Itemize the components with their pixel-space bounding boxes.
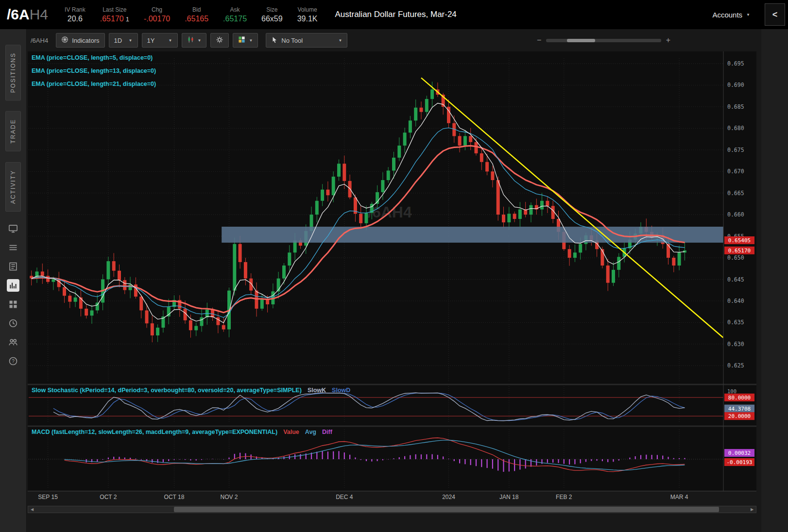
sidebar-tab-trade[interactable]: TRADE — [5, 111, 21, 151]
svg-text:80.0000: 80.0000 — [728, 395, 751, 401]
monitor-icon[interactable] — [7, 222, 19, 235]
svg-text:0.695: 0.695 — [727, 60, 744, 67]
macd-label-row: MACD (fastLength=12, slowLength=26, macd… — [32, 429, 332, 435]
stat-chg: Chg -.00170 — [144, 6, 170, 23]
macd-diff-legend: Diff — [322, 429, 332, 435]
svg-text:0.645: 0.645 — [727, 276, 744, 283]
studies-icon — [61, 36, 69, 45]
svg-text:NOV 2: NOV 2 — [220, 494, 238, 500]
ema5-label[interactable]: EMA (price=CLOSE, length=5, displace=0) — [32, 54, 156, 67]
slowk-legend: SlowK — [308, 387, 326, 394]
scroll-left-icon[interactable]: ◀ — [28, 506, 36, 513]
apps-grid-icon[interactable] — [7, 298, 19, 311]
chart-toolbar: /6AH4 Indicators 1D ▼ 1Y ▼ ▼ — [27, 29, 761, 51]
svg-text:0.680: 0.680 — [727, 125, 744, 132]
study-labels: EMA (price=CLOSE, length=5, displace=0) … — [32, 54, 156, 94]
svg-text:0.65170: 0.65170 — [728, 248, 751, 254]
stat-size: Size 66x59 — [261, 6, 283, 23]
timeframe-dropdown[interactable]: 1D ▼ — [109, 33, 138, 48]
people-icon[interactable] — [7, 336, 19, 349]
stat-bid: Bid .65165 — [185, 6, 208, 23]
sidebar-tab-activity[interactable]: ACTIVITY — [5, 162, 21, 212]
macd-value-legend: Value — [283, 429, 299, 435]
trade-ticket-icon[interactable] — [7, 260, 19, 273]
chevron-down-icon: ▼ — [169, 38, 172, 43]
svg-text:0.640: 0.640 — [727, 298, 744, 304]
stochastic-label[interactable]: Slow Stochastic (kPeriod=14, dPeriod=3, … — [32, 387, 302, 394]
candlestick-icon — [187, 36, 194, 45]
scroll-right-icon[interactable]: ▶ — [748, 506, 756, 513]
gear-icon — [216, 36, 223, 45]
svg-text:0.660: 0.660 — [727, 211, 744, 218]
chart-widget: /6AH4 Indicators 1D ▼ 1Y ▼ ▼ — [27, 29, 761, 532]
ema13-label[interactable]: EMA (price=CLOSE, length=13, displace=0) — [32, 67, 156, 81]
svg-text:0.675: 0.675 — [727, 147, 744, 153]
app-window: /6A H4 IV Rank 20.6 Last Size .651701 Ch… — [0, 0, 788, 532]
svg-text:0.625: 0.625 — [727, 362, 744, 369]
svg-text:OCT 2: OCT 2 — [100, 494, 117, 500]
zoom-in-icon[interactable]: + — [666, 36, 670, 45]
chart-icon[interactable] — [7, 279, 19, 292]
svg-text:0.635: 0.635 — [727, 319, 744, 326]
svg-text:0.630: 0.630 — [727, 341, 744, 348]
svg-text:0.690: 0.690 — [727, 82, 744, 88]
list-icon[interactable] — [7, 241, 19, 254]
svg-text:MAR 4: MAR 4 — [670, 494, 688, 500]
stat-ask: Ask .65175 — [223, 6, 247, 23]
chart-type-dropdown[interactable]: ▼ — [182, 33, 207, 48]
zoom-slider[interactable] — [546, 39, 661, 42]
clock-icon[interactable] — [7, 317, 19, 330]
svg-text:20.0000: 20.0000 — [728, 413, 751, 419]
chevron-down-icon: ▼ — [249, 38, 253, 43]
scrollbar-thumb[interactable] — [174, 507, 719, 512]
chevron-left-icon: < — [772, 10, 778, 20]
sidebar-tab-positions[interactable]: POSITIONS — [5, 45, 21, 100]
svg-text:FEB 2: FEB 2 — [556, 494, 572, 500]
collapse-panel-button[interactable]: < — [765, 3, 785, 26]
horizontal-scrollbar[interactable]: ◀ ▶ — [28, 506, 756, 513]
zoom-slider-thumb[interactable] — [567, 39, 595, 42]
stat-iv-rank: IV Rank 20.6 — [65, 6, 86, 23]
chevron-down-icon: ▼ — [198, 38, 202, 43]
ema21-label[interactable]: EMA (price=CLOSE, length=21, displace=0) — [32, 81, 156, 94]
svg-text:100: 100 — [727, 388, 737, 394]
chevron-down-icon: ▼ — [129, 38, 133, 43]
contract-title: Australian Dollar Futures, Mar-24 — [335, 10, 456, 19]
svg-text:0.670: 0.670 — [727, 168, 744, 175]
sidebar-icon-rail: ? — [0, 222, 26, 367]
svg-text:?: ? — [12, 359, 15, 364]
svg-text:-0.00193: -0.00193 — [727, 459, 753, 466]
macd-avg-legend: Avg — [305, 429, 316, 435]
svg-text:SEP 15: SEP 15 — [38, 494, 58, 500]
symbol: /6A — [7, 6, 30, 23]
chart-symbol-label: /6AH4 — [31, 37, 48, 44]
zoom-control: − + — [537, 33, 670, 47]
drawing-tool-dropdown[interactable]: No Tool ▼ — [266, 33, 347, 48]
grid-colored-icon — [238, 36, 245, 45]
stochastic-label-row: Slow Stochastic (kPeriod=14, dPeriod=3, … — [32, 387, 350, 394]
accounts-dropdown[interactable]: Accounts ▼ — [712, 11, 750, 19]
slowd-legend: SlowD — [332, 387, 350, 394]
svg-text:0.685: 0.685 — [727, 103, 744, 110]
quote-header: /6A H4 IV Rank 20.6 Last Size .651701 Ch… — [0, 0, 788, 29]
chart-settings-button[interactable] — [210, 33, 229, 48]
left-sidebar: POSITIONS TRADE ACTIVITY — [0, 29, 27, 532]
indicators-button[interactable]: Indicators — [56, 33, 104, 48]
svg-text:DEC 4: DEC 4 — [336, 494, 353, 500]
range-dropdown[interactable]: 1Y ▼ — [142, 33, 178, 48]
macd-label[interactable]: MACD (fastLength=12, slowLength=26, macd… — [32, 429, 277, 435]
zoom-out-icon[interactable]: − — [537, 36, 541, 45]
stat-last-size: Last Size .651701 — [100, 6, 129, 23]
svg-text:0.650: 0.650 — [727, 254, 744, 261]
svg-text:JAN 18: JAN 18 — [499, 494, 519, 500]
stat-volume: Volume 39.1K — [297, 6, 318, 23]
chevron-down-icon: ▼ — [338, 38, 342, 43]
svg-text:0.665: 0.665 — [727, 190, 744, 197]
svg-text:2024: 2024 — [442, 494, 455, 500]
svg-text:0.00032: 0.00032 — [728, 450, 751, 456]
grid-layout-dropdown[interactable]: ▼ — [233, 33, 258, 48]
svg-text:OCT 18: OCT 18 — [164, 494, 185, 500]
help-icon[interactable]: ? — [7, 355, 19, 367]
chevron-down-icon: ▼ — [746, 13, 750, 17]
svg-text:44.3708: 44.3708 — [728, 406, 751, 412]
